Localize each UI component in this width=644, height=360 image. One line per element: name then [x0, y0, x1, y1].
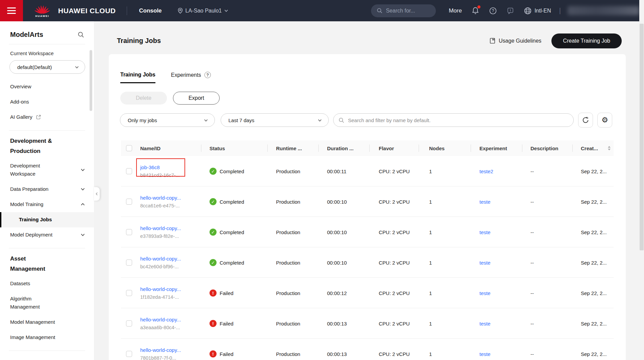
usage-guidelines-link[interactable]: Usage Guidelines	[489, 38, 541, 44]
sidebar-item-algorithm-management[interactable]: Algorithm Management	[0, 291, 94, 315]
sort-icon[interactable]	[608, 146, 611, 151]
language-selector[interactable]: Intl-EN	[524, 7, 551, 15]
column-header-duration[interactable]: Duration ...	[327, 145, 353, 151]
region-selector[interactable]: LA-Sao Paulo1	[177, 7, 229, 14]
chevron-down-icon	[80, 232, 85, 237]
sidebar-item-image-management[interactable]: Image Management	[0, 330, 94, 345]
workspace-selector[interactable]: default(Default)	[9, 60, 85, 74]
job-name-link[interactable]: hello-world-copy...	[140, 225, 181, 231]
column-header-runtime[interactable]: Runtime ...	[276, 145, 302, 151]
runtime-value: Production	[276, 290, 300, 296]
row-checkbox[interactable]	[126, 320, 132, 327]
status-label: Failed	[220, 290, 233, 296]
tab-experiments[interactable]: Experiments ?	[171, 72, 211, 83]
sidebar-item-model-deployment[interactable]: Model Deployment	[0, 227, 94, 243]
row-checkbox[interactable]	[126, 290, 132, 296]
sidebar-search-icon[interactable]	[77, 31, 84, 38]
select-all-checkbox[interactable]	[126, 145, 132, 151]
hamburger-menu-icon[interactable]	[0, 0, 23, 21]
topbar-pipe-divider: |	[559, 7, 561, 15]
row-checkbox[interactable]	[126, 168, 132, 174]
sidebar-scrollbar[interactable]	[90, 50, 92, 111]
console-link[interactable]: Console	[139, 7, 162, 14]
description-value: --	[530, 199, 534, 204]
job-name-link[interactable]: hello-world-copy...	[140, 195, 181, 201]
experiment-link[interactable]: teste	[479, 290, 491, 296]
experiment-link[interactable]: teste2	[479, 168, 493, 174]
sidebar-collapse-tab[interactable]	[94, 187, 100, 201]
sidebar-item-add-ons[interactable]: Add-ons	[0, 94, 94, 110]
experiment-link[interactable]: teste	[479, 320, 491, 326]
main-content: Training Jobs Usage Guidelines Create Tr…	[94, 21, 644, 360]
job-id: bc42e60d-bf96-...	[140, 264, 181, 269]
sidebar-item-model-training[interactable]: Model Training	[0, 197, 94, 212]
time-range-dropdown[interactable]: Last 7 days	[221, 113, 329, 127]
status-label: Completed	[220, 229, 244, 235]
experiment-link[interactable]: teste	[479, 260, 491, 265]
job-name-link[interactable]: hello-world-copy...	[140, 286, 181, 292]
global-search[interactable]	[371, 4, 436, 17]
help-button[interactable]: ?	[489, 7, 497, 15]
sidebar-item-ai-gallery[interactable]: AI Gallery	[0, 110, 94, 125]
search-icon	[376, 7, 383, 14]
location-pin-icon	[177, 7, 183, 14]
job-id: 8cca61e6-e475-...	[140, 203, 181, 208]
table-row: hello-world-copy... 7801b887-7f-0... ! F…	[121, 339, 614, 360]
column-header-created[interactable]: Creat...	[581, 145, 598, 151]
row-checkbox[interactable]	[126, 229, 132, 235]
table-row: job-36c8 b8421cd2-16c7-... ✓ Completed P…	[121, 156, 614, 186]
experiment-link[interactable]: teste	[479, 199, 491, 204]
sidebar-item-training-jobs[interactable]: Training Jobs	[0, 212, 94, 227]
experiment-link[interactable]: teste	[479, 229, 491, 235]
svg-text:?: ?	[492, 8, 494, 13]
row-checkbox[interactable]	[126, 199, 132, 205]
sidebar-item-development-workspace[interactable]: Development Workspace	[0, 158, 94, 182]
refresh-button[interactable]	[578, 113, 593, 128]
row-checkbox[interactable]	[126, 260, 132, 266]
experiment-link[interactable]: teste	[479, 351, 491, 357]
sidebar-heading-development-production: Development & Production	[0, 131, 68, 158]
more-menu[interactable]: More	[449, 7, 462, 14]
created-value: Sep 22, 2...	[581, 199, 607, 204]
gear-icon: ⚙	[601, 116, 608, 124]
experiments-help-icon[interactable]: ?	[204, 72, 211, 78]
notifications-button[interactable]	[471, 6, 479, 15]
create-training-job-button[interactable]: Create Training Job	[551, 33, 622, 48]
filter-bar: Only my jobs Last 7 days	[120, 113, 626, 128]
sidebar-item-data-preparation[interactable]: Data Preparation	[0, 182, 94, 197]
page-scrollbar-thumb[interactable]	[640, 24, 644, 250]
job-name-link[interactable]: job-36c8	[140, 164, 180, 170]
column-header-description[interactable]: Description	[530, 145, 559, 151]
book-icon	[489, 38, 496, 44]
sidebar-item-label: Add-ons	[10, 98, 29, 106]
column-header-flavor[interactable]: Flavor	[379, 145, 394, 151]
settings-button[interactable]: ⚙	[597, 113, 612, 128]
page-scrollbar[interactable]	[639, 0, 644, 360]
runtime-value: Production	[276, 260, 300, 265]
job-name-link[interactable]: hello-world-copy...	[140, 347, 181, 353]
table-search-input[interactable]	[348, 117, 558, 123]
globe-icon	[524, 7, 532, 15]
job-name-link[interactable]: hello-world-copy...	[140, 317, 181, 322]
sidebar-item-overview[interactable]: Overview	[0, 79, 94, 94]
column-header-name-id[interactable]: Name/ID	[140, 145, 160, 151]
export-button[interactable]: Export	[173, 92, 220, 105]
tab-training-jobs[interactable]: Training Jobs	[120, 72, 155, 83]
duration-value: 00:00:10	[327, 260, 347, 265]
flavor-value: CPU: 2 vCPU	[379, 320, 411, 326]
notification-badge	[477, 5, 480, 8]
sidebar-item-model-management[interactable]: Model Management	[0, 315, 94, 330]
delete-button[interactable]: Delete	[120, 92, 167, 105]
column-header-experiment[interactable]: Experiment	[479, 145, 507, 151]
feedback-button[interactable]	[506, 7, 514, 15]
row-checkbox[interactable]	[126, 351, 132, 357]
scope-filter-dropdown[interactable]: Only my jobs	[120, 113, 215, 127]
column-header-nodes[interactable]: Nodes	[429, 145, 445, 151]
sidebar-item-datasets[interactable]: Datasets	[0, 276, 94, 291]
table-search[interactable]	[333, 113, 574, 127]
account-name-redacted[interactable]	[568, 6, 639, 15]
column-header-status[interactable]: Status	[209, 145, 225, 151]
created-value: Sep 22, 2...	[581, 168, 607, 174]
global-search-input[interactable]	[386, 8, 426, 14]
job-name-link[interactable]: hello-world-copy...	[140, 256, 181, 262]
